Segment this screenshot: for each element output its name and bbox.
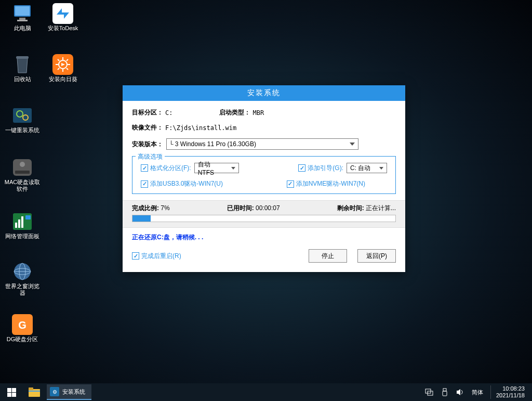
image-file-value: F:\Zjds\install.wim (165, 124, 236, 132)
windows-logo-icon (7, 388, 16, 397)
volume-tray-icon[interactable] (456, 388, 464, 396)
taskbar-clock[interactable]: 10:08:23 2021/11/18 (490, 385, 528, 399)
network-tray-icon[interactable] (425, 388, 433, 396)
add-boot-select[interactable]: C: 自动 (347, 163, 387, 173)
desktop-icon-sunflower[interactable]: 安装向日葵 (45, 54, 81, 83)
disk-icon (12, 157, 33, 178)
boot-type-label: 启动类型： (219, 108, 250, 117)
back-button[interactable]: 返回(P) (357, 249, 396, 263)
remaining-value: 正在计算... (366, 204, 396, 212)
elapsed-value: 00:00:07 (256, 204, 280, 212)
clock-time: 10:08:23 (496, 385, 525, 392)
gear-icon: ⚙ (50, 387, 59, 396)
target-partition-label: 目标分区： (132, 108, 163, 117)
dropdown-arrow-icon (350, 143, 355, 146)
svg-rect-2 (19, 18, 25, 20)
desktop-icon-label: 安装向日葵 (49, 76, 77, 83)
advanced-legend: 高级选项 (136, 152, 165, 161)
folder-icon (29, 387, 40, 397)
dropdown-arrow-icon (231, 167, 235, 170)
svg-rect-22 (15, 171, 30, 174)
svg-rect-35 (29, 387, 33, 390)
desktop-icon-label: DG硬盘分区 (7, 336, 38, 343)
svg-rect-40 (443, 391, 447, 396)
desktop-icon-reinstall[interactable]: 一键重装系统 (4, 105, 41, 134)
install-version-select[interactable]: └ 3 Windows 11 Pro (16.30GB) (166, 138, 358, 150)
boot-type-value: MBR (252, 109, 264, 117)
desktop-icon-recycle-bin[interactable]: 回收站 (4, 54, 41, 83)
add-usb3-checkbox[interactable]: ✓ (141, 180, 148, 188)
network-panel-icon (12, 211, 33, 232)
clock-date: 2021/11/18 (496, 392, 525, 399)
desktop-icon-label: 一键重装系统 (5, 127, 39, 134)
desktop-icon-todesk[interactable]: 安装ToDesk (45, 3, 81, 32)
install-version-label: 安装版本： (132, 140, 163, 149)
add-boot-label: 添加引导(G): (308, 164, 343, 173)
svg-rect-27 (25, 215, 31, 219)
progress-pct-label: 完成比例: (132, 204, 159, 212)
install-version-value: └ 3 Windows 11 Pro (16.30GB) (169, 140, 256, 148)
window-title: 安装系统 (247, 88, 281, 97)
progress-pct-value: 7% (161, 204, 169, 212)
recycle-bin-icon (12, 54, 33, 75)
svg-rect-3 (17, 20, 28, 21)
svg-rect-24 (15, 223, 17, 228)
sunflower-icon (52, 54, 73, 75)
svg-rect-1 (15, 6, 30, 16)
format-partition-label: 格式化分区(F): (150, 164, 191, 173)
svg-rect-34 (29, 389, 40, 397)
installer-window: 安装系统 目标分区： C: 启动类型： MBR 映像文件： F:\Zjds\in… (123, 85, 405, 272)
dropdown-arrow-icon (379, 167, 383, 170)
partition-icon: G (12, 314, 33, 335)
svg-text:G: G (18, 319, 26, 331)
ime-indicator[interactable]: 简体 (472, 389, 483, 396)
svg-rect-25 (18, 219, 20, 228)
stop-button[interactable]: 停止 (309, 249, 347, 263)
svg-point-21 (20, 162, 25, 167)
image-file-label: 映像文件： (132, 123, 163, 132)
advanced-options-fieldset: 高级选项 ✓ 格式化分区(F): 自动 NTFS ✓ 添加引导(G): C: 自… (132, 156, 396, 194)
add-nvme-checkbox[interactable]: ✓ (287, 180, 294, 188)
format-partition-checkbox[interactable]: ✓ (141, 164, 148, 172)
restart-after-label: 完成后重启(R) (141, 252, 181, 261)
system-tray: 简体 10:08:23 2021/11/18 (425, 385, 532, 399)
progress-fill (132, 215, 151, 222)
format-partition-select[interactable]: 自动 NTFS (194, 163, 239, 173)
progress-section: 完成比例: 7% 已用时间: 00:00:07 剩余时间: 正在计算... (123, 200, 405, 228)
desktop-icon-theworld-browser[interactable]: 世界之窗浏览器 (4, 261, 41, 296)
desktop-icon-label: 网络管理面板 (5, 233, 39, 240)
desktop-icon-label: MAC硬盘读取软件 (4, 179, 41, 192)
desktop-icon-mac-disk[interactable]: MAC硬盘读取软件 (4, 157, 41, 192)
status-message: 正在还原C:盘，请稍候. . . (132, 233, 396, 242)
add-usb3-label: 添加USB3.0驱动-WIN7(U) (150, 179, 223, 188)
desktop-icon-label: 世界之窗浏览器 (4, 283, 41, 296)
taskbar-explorer-button[interactable] (23, 383, 46, 401)
desktop-icon-label: 此电脑 (14, 25, 31, 32)
add-boot-checkbox[interactable]: ✓ (298, 164, 305, 172)
svg-rect-39 (443, 389, 446, 391)
progress-bar (132, 215, 396, 222)
desktop-icon-this-pc[interactable]: 此电脑 (4, 3, 41, 32)
desktop-icon-label: 安装ToDesk (48, 25, 78, 32)
desktop-icon-dg-partition[interactable]: G DG硬盘分区 (4, 314, 41, 343)
desktop-icon-network-panel[interactable]: 网络管理面板 (4, 211, 41, 240)
restart-after-checkbox[interactable]: ✓ (132, 252, 139, 260)
taskbar-app-label: 安装系统 (62, 388, 85, 396)
todesk-icon (52, 3, 73, 24)
taskbar: ⚙ 安装系统 简体 10:08:23 2021/11/18 (0, 383, 532, 401)
taskbar-app-installer[interactable]: ⚙ 安装系统 (47, 384, 91, 400)
target-partition-value: C: (165, 109, 172, 117)
svg-rect-5 (16, 56, 29, 59)
globe-icon (12, 261, 33, 282)
window-titlebar[interactable]: 安装系统 (123, 85, 405, 101)
svg-rect-36 (29, 391, 40, 392)
usb-tray-icon[interactable] (441, 388, 449, 396)
desktop-icon-label: 回收站 (14, 76, 31, 83)
svg-marker-41 (457, 389, 460, 395)
add-nvme-label: 添加NVME驱动-WIN7(N) (296, 179, 365, 188)
elapsed-label: 已用时间: (227, 204, 254, 212)
remaining-label: 剩余时间: (337, 204, 364, 212)
svg-rect-26 (21, 216, 23, 228)
start-button[interactable] (0, 383, 23, 401)
gears-icon (12, 105, 33, 126)
